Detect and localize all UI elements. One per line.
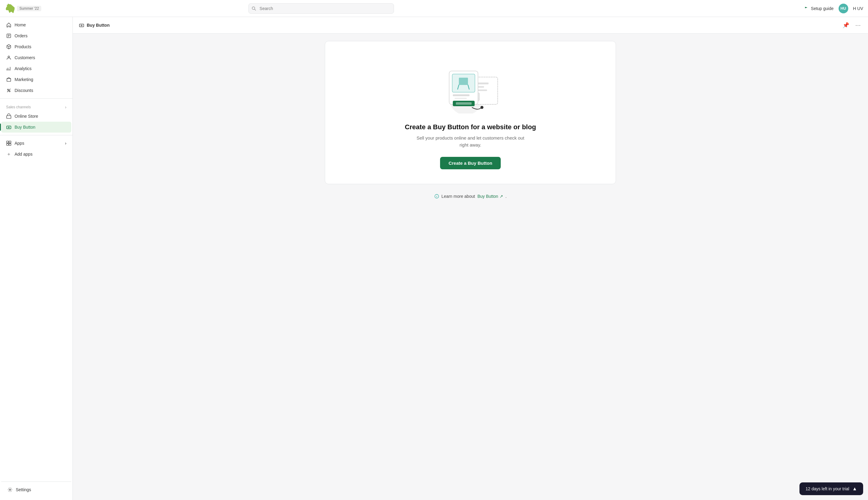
topnav-right: Setup guide HU H UV: [804, 4, 863, 13]
sidebar-item-orders[interactable]: Orders: [1, 30, 71, 41]
buy-button-illustration: [437, 56, 504, 115]
sidebar: Home Orders: [0, 17, 73, 500]
sidebar-divider-3: [1, 481, 71, 482]
add-apps-item[interactable]: ＋ Add apps: [1, 149, 71, 160]
svg-point-25: [9, 489, 11, 491]
logo-badge: Summer '22: [17, 6, 41, 11]
sidebar-item-home[interactable]: Home: [1, 20, 71, 30]
apps-section-left: Apps: [6, 140, 24, 146]
trial-banner-chevron: ▲: [852, 486, 857, 491]
svg-point-47: [481, 106, 484, 109]
buy-button-page-icon: [79, 22, 84, 28]
sidebar-item-customers[interactable]: Customers: [1, 52, 71, 63]
svg-point-0: [252, 7, 255, 9]
sidebar-item-analytics[interactable]: Analytics: [1, 63, 71, 74]
svg-rect-17: [7, 116, 11, 118]
trial-banner[interactable]: 12 days left in your trial ▲: [799, 482, 863, 495]
sidebar-apps-section[interactable]: Apps ›: [1, 138, 71, 149]
shopify-logo-icon: [5, 4, 14, 13]
search-bar: [248, 3, 394, 14]
card-description: Sell your products online and let custom…: [413, 135, 528, 148]
learn-more-section: Learn more about Buy Button ↗ .: [325, 194, 616, 199]
svg-rect-46: [456, 102, 472, 105]
search-input[interactable]: [248, 3, 394, 14]
flag-icon: [804, 6, 809, 11]
apps-chevron: ›: [65, 141, 67, 146]
discounts-icon: [6, 88, 12, 93]
create-buy-button-button[interactable]: Create a Buy Button: [440, 157, 501, 169]
products-icon: [6, 44, 12, 49]
svg-line-1: [254, 9, 256, 10]
customers-icon: [6, 55, 12, 60]
sidebar-nav: Home Orders: [0, 17, 72, 477]
learn-more-prefix: Learn more about: [442, 194, 475, 199]
sidebar-item-online-store[interactable]: Online Store: [1, 111, 71, 122]
main-content: Buy Button 📌 ⋯: [73, 17, 868, 500]
illustration-svg: [437, 56, 504, 113]
page-title: Buy Button: [87, 23, 109, 27]
more-actions-button[interactable]: ⋯: [854, 21, 862, 30]
sidebar-item-buy-button[interactable]: Buy Button: [1, 122, 71, 133]
buy-button-card: Create a Buy Button for a website or blo…: [325, 41, 616, 184]
svg-point-9: [8, 56, 9, 58]
page-header-left: Buy Button: [79, 22, 109, 28]
svg-rect-44: [455, 98, 467, 99]
settings-icon: [7, 487, 13, 492]
svg-line-8: [9, 46, 11, 47]
analytics-icon: [6, 66, 12, 71]
card-title: Create a Buy Button for a website or blo…: [405, 123, 536, 131]
pin-button[interactable]: 📌: [841, 21, 850, 30]
setup-guide-button[interactable]: Setup guide: [804, 6, 834, 11]
svg-rect-23: [7, 144, 9, 145]
learn-more-link[interactable]: Buy Button ↗: [477, 194, 503, 199]
home-icon: [6, 22, 12, 27]
content-area: Create a Buy Button for a website or blo…: [73, 34, 868, 500]
orders-icon: [6, 33, 12, 38]
apps-icon: [6, 140, 12, 146]
sales-channels-section: Sales channels ›: [0, 101, 72, 111]
sidebar-divider-2: [0, 135, 72, 135]
page-header-right: 📌 ⋯: [841, 21, 862, 30]
svg-rect-22: [9, 141, 11, 143]
sidebar-bottom: Settings: [0, 477, 72, 500]
sidebar-divider-1: [0, 98, 72, 99]
app-body: Home Orders: [0, 17, 868, 500]
svg-rect-24: [9, 144, 11, 145]
svg-point-15: [9, 91, 10, 92]
marketing-icon: [6, 77, 12, 82]
shopify-logo[interactable]: Summer '22: [5, 4, 41, 13]
info-icon: [434, 194, 439, 199]
buy-button-icon: [6, 124, 12, 130]
sidebar-item-marketing[interactable]: Marketing: [1, 74, 71, 85]
trial-banner-label: 12 days left in your trial: [806, 486, 849, 491]
svg-line-7: [7, 46, 9, 47]
sidebar-item-discounts[interactable]: Discounts: [1, 85, 71, 96]
avatar[interactable]: HU: [838, 4, 848, 13]
svg-point-14: [8, 89, 9, 90]
sidebar-item-products[interactable]: Products: [1, 41, 71, 52]
username: H UV: [853, 6, 863, 11]
svg-rect-43: [453, 94, 470, 96]
svg-rect-21: [7, 141, 9, 143]
top-navigation: Summer '22 Setup guide HU H UV: [0, 0, 868, 17]
plus-icon: ＋: [6, 151, 12, 157]
search-icon: [252, 6, 256, 11]
page-header: Buy Button 📌 ⋯: [73, 17, 868, 34]
store-icon: [6, 113, 12, 119]
sidebar-item-settings[interactable]: Settings: [2, 484, 70, 495]
learn-more-suffix: .: [506, 194, 507, 199]
svg-rect-40: [459, 78, 468, 85]
sales-channels-chevron[interactable]: ›: [65, 105, 67, 110]
